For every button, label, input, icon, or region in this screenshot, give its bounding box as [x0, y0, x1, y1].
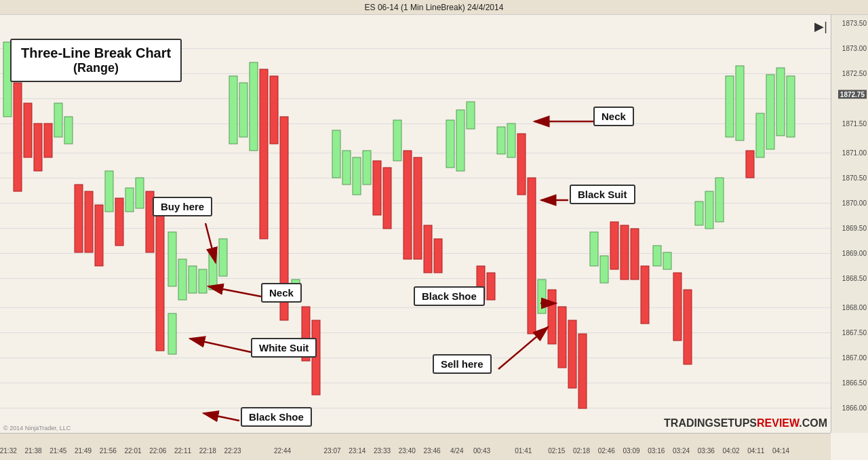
svg-line-78 — [208, 286, 261, 296]
time-2346: 23:46 — [423, 447, 440, 455]
svg-rect-39 — [414, 157, 422, 259]
price-axis: 1873.00 1872.50 1872.75 1871.50 1871.00 … — [831, 15, 868, 433]
price-1867-5: 1867.50 — [842, 329, 867, 337]
price-1867: 1867.00 — [842, 354, 867, 362]
chart-title-box: Three-Line Break Chart (Range) — [10, 39, 182, 82]
time-2314: 23:14 — [349, 447, 366, 455]
svg-rect-41 — [434, 239, 442, 273]
svg-rect-60 — [631, 229, 639, 280]
chart-title-line1: Three-Line Break Chart — [21, 45, 171, 61]
time-0411: 04:11 — [747, 447, 764, 455]
svg-rect-58 — [610, 222, 618, 269]
chart-title-line2: (Range) — [21, 61, 171, 75]
svg-rect-51 — [538, 280, 546, 313]
time-0402: 04:02 — [722, 447, 739, 455]
time-2149: 21:49 — [75, 447, 92, 455]
svg-rect-49 — [517, 134, 526, 195]
svg-rect-64 — [673, 273, 682, 341]
svg-rect-37 — [393, 120, 401, 161]
svg-rect-72 — [756, 113, 764, 157]
svg-rect-44 — [467, 102, 475, 129]
chart-title: ES 06-14 (1 Min LineBreak) 24/4/2014 — [365, 3, 504, 12]
time-axis: 21:32 21:38 21:45 21:49 21:56 22:01 22:0… — [0, 433, 831, 460]
svg-rect-6 — [64, 117, 73, 144]
time-0316: 03:16 — [648, 447, 665, 455]
svg-rect-26 — [270, 76, 278, 144]
copyright: © 2014 NinjaTrader, LLC — [3, 425, 71, 432]
time-2206: 22:06 — [149, 447, 166, 455]
svg-rect-67 — [705, 191, 713, 229]
time-0324: 03:24 — [673, 447, 690, 455]
buy-here-label: Buy here — [153, 197, 212, 216]
sell-here-label: Sell here — [433, 354, 492, 374]
black-shoe-bottom-label: Black Shoe — [241, 407, 312, 427]
price-1869-5: 1869.50 — [842, 225, 867, 232]
svg-rect-42 — [446, 120, 454, 168]
time-0414: 04:14 — [772, 447, 789, 455]
svg-rect-8 — [85, 191, 93, 252]
svg-line-79 — [190, 339, 251, 352]
time-2223: 22:23 — [224, 447, 241, 455]
svg-rect-36 — [383, 168, 391, 229]
time-0215: 02:15 — [548, 447, 565, 455]
svg-rect-25 — [260, 69, 268, 239]
price-1871: 1871.00 — [842, 149, 867, 157]
svg-rect-7 — [75, 185, 83, 252]
svg-rect-75 — [787, 76, 795, 137]
svg-rect-21 — [219, 239, 227, 276]
current-price: 1872.75 — [838, 90, 867, 99]
time-2333: 23:33 — [374, 447, 391, 455]
svg-rect-3 — [34, 123, 42, 171]
watermark-highlight: REVIEW — [757, 417, 799, 429]
title-bar: ES 06-14 (1 Min LineBreak) 24/4/2014 — [0, 0, 868, 15]
black-suit-label: Black Suit — [570, 185, 635, 204]
svg-rect-23 — [239, 83, 248, 137]
time-2132: 21:32 — [0, 447, 17, 455]
svg-rect-68 — [715, 178, 724, 222]
time-2156: 21:56 — [100, 447, 117, 455]
chart-container: ES 06-14 (1 Min LineBreak) 24/4/2014 ▶| — [0, 0, 868, 460]
svg-rect-70 — [736, 66, 744, 140]
svg-rect-59 — [620, 225, 629, 280]
svg-rect-38 — [403, 151, 412, 259]
time-2244: 22:44 — [274, 447, 291, 455]
svg-line-77 — [205, 223, 216, 263]
svg-rect-32 — [342, 151, 351, 185]
neck2-label: Neck — [593, 107, 634, 126]
time-0246: 02:46 — [598, 447, 615, 455]
time-2201: 22:01 — [124, 447, 141, 455]
black-shoe-mid-label: Black Shoe — [414, 286, 485, 306]
svg-rect-55 — [578, 334, 587, 408]
time-0309: 03:09 — [623, 447, 639, 455]
svg-rect-11 — [115, 198, 123, 246]
svg-rect-15 — [156, 215, 164, 351]
svg-rect-13 — [136, 178, 144, 208]
time-2307: 23:07 — [323, 447, 340, 455]
price-1869: 1869.00 — [842, 250, 867, 257]
svg-rect-76 — [168, 313, 176, 354]
svg-rect-22 — [229, 76, 237, 144]
svg-rect-34 — [363, 151, 371, 185]
time-0141: 01:41 — [515, 447, 532, 455]
time-2211: 22:11 — [174, 447, 191, 455]
svg-rect-53 — [558, 307, 566, 368]
svg-rect-33 — [353, 157, 361, 195]
svg-rect-43 — [456, 110, 465, 171]
svg-rect-56 — [590, 232, 598, 266]
svg-rect-5 — [54, 103, 62, 137]
price-1866: 1866.00 — [842, 404, 867, 412]
price-1873: 1873.00 — [842, 45, 867, 52]
svg-rect-63 — [663, 252, 671, 269]
svg-rect-18 — [189, 266, 197, 293]
watermark-normal: TRADINGSETUPS — [664, 417, 757, 429]
time-2340: 23:40 — [399, 447, 416, 455]
price-1870-5: 1870.50 — [842, 174, 867, 182]
time-424: 4/24 — [450, 447, 463, 455]
chart-area: Three-Line Break Chart (Range) Buy here … — [0, 15, 831, 433]
price-1868-5: 1868.50 — [842, 275, 867, 282]
svg-rect-52 — [548, 290, 556, 344]
time-2145: 21:45 — [50, 447, 66, 455]
svg-rect-9 — [95, 205, 103, 266]
svg-rect-24 — [250, 62, 258, 151]
svg-rect-54 — [568, 320, 576, 388]
